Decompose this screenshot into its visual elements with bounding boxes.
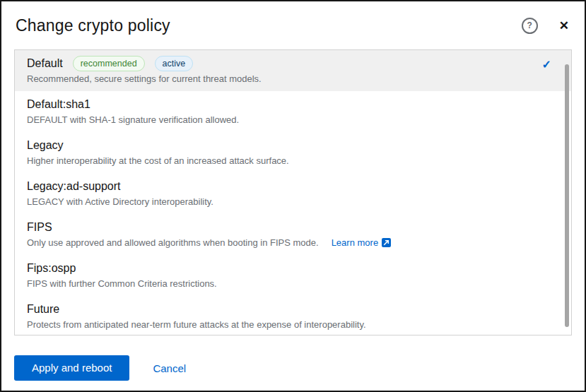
policy-name: Legacy:ad-support	[27, 178, 121, 195]
policy-description: Higher interoperability at the cost of a…	[27, 155, 289, 167]
learn-more-link[interactable]: Learn more	[332, 237, 391, 248]
dialog-footer: Apply and reboot Cancel	[14, 355, 572, 381]
help-icon: ?	[522, 18, 538, 34]
policy-name: Future	[27, 301, 59, 318]
check-icon: ✓	[542, 58, 551, 71]
dialog-header: Change crypto policy ? ✕	[1, 1, 585, 35]
policy-description: Recommended, secure settings for current…	[27, 73, 262, 85]
external-link-icon	[382, 238, 391, 247]
policy-description: Only use approved and allowed algorithms…	[27, 237, 319, 249]
badge-active: active	[155, 56, 194, 71]
learn-more-label: Learn more	[332, 237, 378, 248]
policy-description: Protects from anticipated near-term futu…	[27, 319, 366, 331]
policy-name: FIPS	[27, 219, 52, 236]
close-button[interactable]: ✕	[559, 20, 569, 32]
policy-row-default-sha1[interactable]: Default:sha1DEFAULT with SHA-1 signature…	[15, 91, 571, 132]
policy-description: LEGACY with Active Directory interoperab…	[27, 196, 213, 208]
policy-row-future[interactable]: FutureProtects from anticipated near-ter…	[15, 296, 571, 335]
apply-and-reboot-button[interactable]: Apply and reboot	[14, 355, 129, 381]
dialog-title: Change crypto policy	[16, 16, 522, 35]
policy-description: FIPS with further Common Criteria restri…	[27, 278, 217, 290]
cancel-button[interactable]: Cancel	[153, 356, 186, 381]
scrollbar[interactable]	[565, 64, 569, 327]
policy-description: DEFAULT with SHA-1 signature verificatio…	[27, 114, 239, 126]
policy-name: Default	[27, 55, 63, 72]
help-button[interactable]: ?	[522, 18, 538, 34]
policy-name: Legacy	[27, 137, 64, 154]
badge-recommended: recommended	[73, 56, 145, 71]
policy-name: Default:sha1	[27, 96, 90, 113]
policy-name: Fips:ospp	[27, 260, 76, 277]
policy-row-fips-ospp[interactable]: Fips:osppFIPS with further Common Criter…	[15, 255, 571, 296]
change-crypto-policy-dialog: Change crypto policy ? ✕ Defaultrecommen…	[0, 0, 586, 392]
policy-row-legacy-ad-support[interactable]: Legacy:ad-supportLEGACY with Active Dire…	[15, 173, 571, 214]
policy-row-fips[interactable]: FIPSOnly use approved and allowed algori…	[15, 214, 571, 255]
close-icon: ✕	[559, 20, 569, 32]
policy-row-default[interactable]: DefaultrecommendedactiveRecommended, sec…	[15, 50, 571, 91]
policy-row-legacy[interactable]: LegacyHigher interoperability at the cos…	[15, 132, 571, 173]
policy-list: DefaultrecommendedactiveRecommended, sec…	[14, 49, 572, 335]
